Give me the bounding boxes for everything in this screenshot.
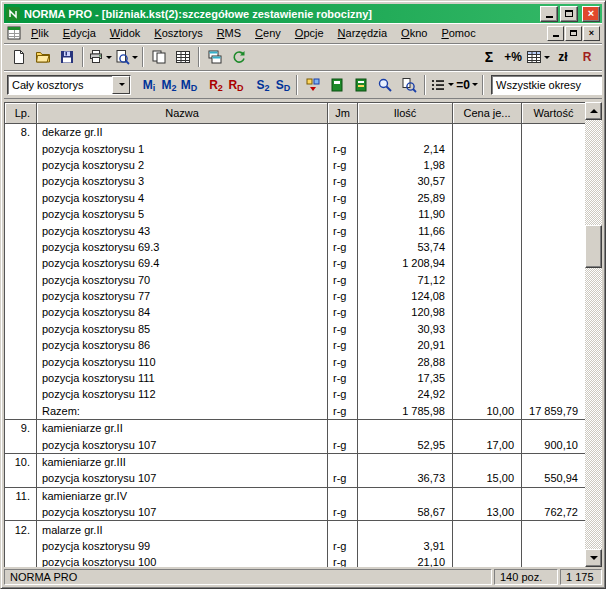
menu-item[interactable]: RMS — [210, 25, 248, 41]
sum-button[interactable]: Σ — [477, 46, 501, 68]
column-header-ilosc[interactable]: Ilość — [358, 103, 453, 124]
menu-item[interactable]: Narzędzia — [331, 25, 395, 41]
cell-ilosc — [358, 521, 453, 538]
cell-nazwa: pozycja kosztorysu 4 — [37, 190, 328, 206]
cell-wartosc — [522, 206, 586, 222]
table-row[interactable]: pozycja kosztorysu 107 r-g 52,95 17,00 9… — [5, 436, 586, 453]
maximize-button[interactable] — [560, 6, 578, 22]
zero-filter-button[interactable]: =0 — [455, 74, 479, 96]
mdi-minimize-button[interactable] — [547, 26, 564, 41]
surcharges-button[interactable]: +% — [501, 46, 525, 68]
menu-item[interactable]: Plik — [24, 25, 56, 41]
table-row[interactable]: 11. kamieniarze gr.IV — [5, 487, 586, 504]
table-row[interactable]: pozycja kosztorysu 110 r-g 28,88 — [5, 353, 586, 369]
menu-item[interactable]: Ceny — [248, 25, 288, 41]
find-button[interactable] — [373, 74, 397, 96]
find-document-icon — [401, 77, 417, 93]
column-header-jm[interactable]: Jm — [328, 103, 358, 124]
insert-position-button[interactable] — [301, 74, 325, 96]
print-button[interactable] — [87, 46, 113, 68]
copy-button[interactable] — [147, 46, 171, 68]
table-row[interactable]: pozycja kosztorysu 69.4 r-g 1 208,94 — [5, 255, 586, 271]
cell-ilosc: 58,67 — [358, 504, 453, 521]
table-row[interactable]: pozycja kosztorysu 70 r-g 71,12 — [5, 272, 586, 288]
cell-jm: r-g — [328, 255, 358, 271]
menu-item[interactable]: Okno — [394, 25, 434, 41]
rms-filter-button[interactable]: SD — [273, 75, 293, 95]
scope-combo-arrow[interactable] — [112, 76, 130, 94]
table-row[interactable]: pozycja kosztorysu 99 r-g 3,91 — [5, 538, 586, 554]
minimize-button[interactable] — [540, 6, 558, 22]
table-row[interactable]: 9. kamieniarze gr.II — [5, 420, 586, 437]
scope-combo-value: Cały kosztorys — [8, 76, 112, 94]
prices-button[interactable]: zł — [551, 46, 575, 68]
scrollbar-track[interactable] — [585, 120, 602, 549]
table-row[interactable]: pozycja kosztorysu 107 r-g 58,67 13,00 7… — [5, 504, 586, 521]
column-header-lp[interactable]: Lp. — [5, 103, 37, 124]
table-row[interactable]: pozycja kosztorysu 111 r-g 17,35 — [5, 370, 586, 386]
save-button[interactable] — [55, 46, 79, 68]
mdi-close-button[interactable]: × — [583, 26, 600, 41]
column-header-wartosc[interactable]: Wartość — [522, 103, 586, 124]
open-file-button[interactable] — [31, 46, 55, 68]
rms-filter-button[interactable]: RD — [226, 75, 246, 95]
scroll-down-button[interactable] — [585, 549, 602, 567]
scrollbar-thumb[interactable] — [585, 225, 602, 268]
list-menu-button[interactable] — [429, 74, 455, 96]
table-row[interactable]: pozycja kosztorysu 107 r-g 36,73 15,00 5… — [5, 470, 586, 487]
table-row[interactable]: pozycja kosztorysu 43 r-g 11,66 — [5, 222, 586, 238]
rms-filter-button[interactable]: Mi — [139, 75, 159, 95]
menu-item[interactable]: Edycja — [56, 25, 103, 41]
table-row[interactable]: pozycja kosztorysu 3 r-g 30,57 — [5, 173, 586, 189]
table-row[interactable]: pozycja kosztorysu 69.3 r-g 53,74 — [5, 239, 586, 255]
cell-cena — [453, 124, 522, 141]
menu-item[interactable]: Widok — [103, 25, 148, 41]
windows-button[interactable] — [203, 46, 227, 68]
column-header-nazwa[interactable]: Nazwa — [37, 103, 328, 124]
print-preview-button[interactable] — [113, 46, 139, 68]
copy-icon — [151, 49, 167, 65]
scope-combo[interactable]: Cały kosztorys — [7, 75, 131, 95]
table-row[interactable]: pozycja kosztorysu 5 r-g 11,90 — [5, 206, 586, 222]
cell-ilosc: 11,66 — [358, 222, 453, 238]
rms-filter-button[interactable]: MD — [179, 75, 199, 95]
find-document-button[interactable] — [397, 74, 421, 96]
table-row[interactable]: pozycja kosztorysu 1 r-g 2,14 — [5, 140, 586, 156]
table-edit-button[interactable] — [171, 46, 195, 68]
scroll-up-button[interactable] — [585, 102, 602, 120]
catalog-button[interactable] — [325, 74, 349, 96]
cell-nazwa: pozycja kosztorysu 1 — [37, 140, 328, 156]
rms-filter-button[interactable]: R2 — [206, 75, 226, 95]
close-button[interactable]: × — [582, 6, 600, 22]
table-row[interactable]: pozycja kosztorysu 77 r-g 124,08 — [5, 288, 586, 304]
refresh-button[interactable] — [227, 46, 251, 68]
table-row[interactable]: pozycja kosztorysu 2 r-g 1,98 — [5, 157, 586, 173]
rms-filter-button[interactable]: S2 — [253, 75, 273, 95]
menu-item[interactable]: Opcje — [288, 25, 331, 41]
catalog-2-button[interactable] — [349, 74, 373, 96]
table-row[interactable]: pozycja kosztorysu 112 r-g 24,92 — [5, 386, 586, 402]
new-document-button[interactable] — [7, 46, 31, 68]
vertical-scrollbar[interactable] — [585, 102, 602, 567]
table-row[interactable]: pozycja kosztorysu 86 r-g 20,91 — [5, 337, 586, 353]
table-row[interactable]: pozycja kosztorysu 84 r-g 120,98 — [5, 304, 586, 320]
table-row[interactable]: 12. malarze gr.II — [5, 521, 586, 538]
menu-item[interactable]: Kosztorys — [147, 25, 209, 41]
table-row[interactable]: 8. dekarze gr.II — [5, 124, 586, 141]
titlebar[interactable]: NORMA PRO - [bliźniak.kst(2):szczegółowe… — [4, 4, 602, 23]
table-row[interactable]: pozycja kosztorysu 100 r-g 21,10 — [5, 554, 586, 567]
labor-button[interactable]: R — [575, 46, 599, 68]
grid-menu-button[interactable] — [525, 46, 551, 68]
table-row[interactable]: 10. kamieniarze gr.III — [5, 453, 586, 470]
cell-wartosc — [522, 353, 586, 369]
table-row[interactable]: Razem: r-g 1 785,98 10,00 17 859,79 — [5, 403, 586, 420]
period-combo[interactable]: Wszystkie okresy — [491, 75, 602, 95]
table-row[interactable]: pozycja kosztorysu 4 r-g 25,89 — [5, 190, 586, 206]
mdi-restore-button[interactable] — [565, 26, 582, 41]
document-icon[interactable] — [7, 26, 21, 40]
column-header-cena[interactable]: Cena je... — [453, 103, 522, 124]
menu-item[interactable]: Pomoc — [434, 25, 482, 41]
zero-filter-label: =0 — [456, 78, 470, 92]
rms-filter-button[interactable]: M2 — [159, 75, 179, 95]
table-row[interactable]: pozycja kosztorysu 85 r-g 30,93 — [5, 321, 586, 337]
